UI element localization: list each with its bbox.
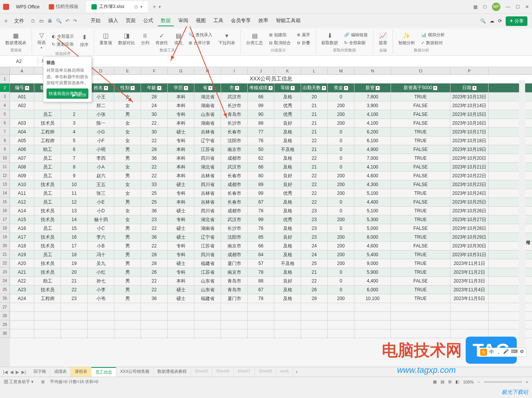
table-cell[interactable]: 2023年10月29日 <box>450 233 489 241</box>
header-cell[interactable]: 出勤天数▾ <box>301 83 328 92</box>
table-cell[interactable]: 2023年10月16日 <box>450 119 489 127</box>
table-cell[interactable]: 22 <box>141 242 168 250</box>
subtotal-button[interactable]: ▤分类汇总 <box>244 30 265 47</box>
row-header-7[interactable]: 7 <box>0 127 10 136</box>
table-cell[interactable]: 2023年10月30日 <box>450 242 489 250</box>
smart-analysis-button[interactable]: ✨智能分析 <box>396 30 417 47</box>
col-header-J[interactable]: J <box>248 67 274 74</box>
table-cell[interactable]: 25 <box>301 259 328 268</box>
table-cell[interactable]: 7 <box>61 154 88 162</box>
table-cell[interactable]: 技术员 <box>34 268 61 276</box>
table-cell[interactable]: TRUE <box>391 286 450 294</box>
table-cell[interactable] <box>10 110 34 119</box>
table-cell[interactable]: 员工 <box>34 154 61 162</box>
row-header-19[interactable]: 19 <box>0 233 10 241</box>
sheet-tab-员工信息[interactable]: 员工信息 <box>91 367 116 377</box>
table-cell[interactable]: 6 <box>61 145 88 154</box>
table-cell[interactable]: 3,900 <box>354 101 391 110</box>
table-cell[interactable]: 武汉市 <box>221 93 248 101</box>
table-cell[interactable]: TRUE <box>391 189 450 197</box>
table-row[interactable]: A03技术员3陈一女22本科湖南省长沙市88良好212004,100FALSE2… <box>10 119 532 128</box>
table-cell[interactable] <box>34 101 61 110</box>
table-cell[interactable]: 22 <box>141 163 168 171</box>
table-cell[interactable]: 技术员 <box>34 233 61 241</box>
simulate-button[interactable]: 📊 模拟分析 <box>419 31 447 39</box>
header-cell[interactable]: 学历▾ <box>168 83 194 92</box>
col-header-A[interactable]: A <box>10 67 34 74</box>
row-header-3[interactable]: 3 <box>0 92 10 101</box>
table-cell[interactable]: 冯十 <box>88 250 114 259</box>
table-cell[interactable]: 青岛市 <box>221 277 248 285</box>
table-cell[interactable]: 员工 <box>34 110 61 119</box>
table-cell[interactable]: 技术员 <box>34 180 61 189</box>
row-header-30[interactable]: 30 <box>0 329 10 338</box>
menu-智能工具箱[interactable]: 智能工具箱 <box>273 16 304 26</box>
table-row[interactable]: A24工程师23小韦男36硕士福建省厦门市78及格2820010,100TRUE… <box>10 294 532 303</box>
header-cell[interactable]: 薪资▾ <box>354 83 391 92</box>
table-cell[interactable]: 64 <box>248 250 274 259</box>
table-cell[interactable]: 及格 <box>274 250 301 259</box>
table-cell[interactable]: 男 <box>114 268 141 276</box>
table-cell[interactable]: 67 <box>248 198 274 206</box>
template-tab[interactable]: 找稻壳模板 <box>44 2 83 11</box>
sort-button[interactable]: ⬍排序 <box>78 32 91 49</box>
edit-link-button[interactable]: 🔗 编辑链接 <box>342 31 370 39</box>
table-cell[interactable]: 及格 <box>274 128 301 136</box>
table-row[interactable]: A12员工12小E男25本科吉林省长春市67及格2204,400FALSE202… <box>10 198 532 207</box>
table-cell[interactable]: 硕士 <box>168 128 194 136</box>
table-cell[interactable]: 本科 <box>168 154 194 162</box>
table-cell[interactable]: 13 <box>61 207 88 215</box>
table-cell[interactable]: 24 <box>141 101 168 110</box>
row-header-26[interactable]: 26 <box>0 294 10 303</box>
table-cell[interactable]: 66 <box>248 163 274 171</box>
table-cell[interactable]: 33 <box>141 180 168 189</box>
close-doc-icon[interactable]: ▾ <box>140 4 143 10</box>
table-cell[interactable]: 0 <box>328 277 354 285</box>
table-cell[interactable]: 不及格 <box>274 145 301 154</box>
table-cell[interactable]: 南京市 <box>221 268 248 276</box>
table-cell[interactable]: 男 <box>114 110 141 119</box>
table-cell[interactable]: 4,100 <box>354 110 391 119</box>
table-cell[interactable]: 小E <box>88 198 114 206</box>
row-header-16[interactable]: 16 <box>0 206 10 215</box>
table-cell[interactable]: 湖北省 <box>194 163 221 171</box>
table-cell[interactable]: 硕士 <box>168 259 194 268</box>
table-cell[interactable]: 36 <box>141 294 168 303</box>
find-input-button[interactable]: 🔍 查找录入 <box>186 31 215 39</box>
table-cell[interactable]: TRUE <box>391 250 450 259</box>
header-cell[interactable]: 等级▾ <box>274 83 301 92</box>
table-cell[interactable]: A19 <box>10 250 34 259</box>
table-cell[interactable]: FALSE <box>391 242 450 250</box>
row-header-27[interactable]: 27 <box>0 303 10 311</box>
search-icon[interactable]: 🔍 <box>480 18 486 24</box>
table-cell[interactable]: 22 <box>141 136 168 145</box>
group-button[interactable]: ⊞ 创建组 <box>267 31 293 39</box>
table-cell[interactable]: 本科 <box>168 145 194 154</box>
table-cell[interactable]: 12 <box>61 198 88 206</box>
filter-dropdown-icon[interactable]: ▾ <box>344 86 348 90</box>
table-cell[interactable]: 2023年11月4日 <box>450 286 489 294</box>
table-cell[interactable]: 22 <box>141 277 168 285</box>
grid-icon[interactable]: ▦ <box>473 4 478 10</box>
table-cell[interactable]: 本科 <box>168 277 194 285</box>
filter-dropdown-icon[interactable]: ▾ <box>235 86 239 90</box>
filter-dropdown-icon[interactable]: ▾ <box>322 86 326 90</box>
sheet-next-icon[interactable]: ▶ <box>16 369 19 375</box>
header-cell[interactable]: 性别▾ <box>114 83 141 92</box>
table-cell[interactable]: 厦门市 <box>221 294 248 303</box>
minimize-button[interactable]: — <box>506 4 510 10</box>
table-cell[interactable]: 小A <box>88 163 114 171</box>
table-cell[interactable]: 4,600 <box>354 242 391 250</box>
table-cell[interactable]: 4,300 <box>354 180 391 189</box>
table-cell[interactable]: 本科 <box>168 119 194 127</box>
share-button[interactable]: ✈ 分享 <box>506 16 527 26</box>
table-cell[interactable]: 长春市 <box>221 128 248 136</box>
filter-dropdown-icon[interactable]: ▾ <box>130 86 135 90</box>
table-cell[interactable]: 30 <box>141 110 168 119</box>
header-cell[interactable]: 日期▾ <box>450 83 489 92</box>
table-cell[interactable]: 200 <box>328 242 354 250</box>
empty-row[interactable] <box>10 312 532 321</box>
dropdown-icon[interactable]: ⊙ <box>134 4 138 10</box>
table-cell[interactable]: 工程师 <box>34 294 61 303</box>
table-cell[interactable]: 女 <box>114 180 141 189</box>
